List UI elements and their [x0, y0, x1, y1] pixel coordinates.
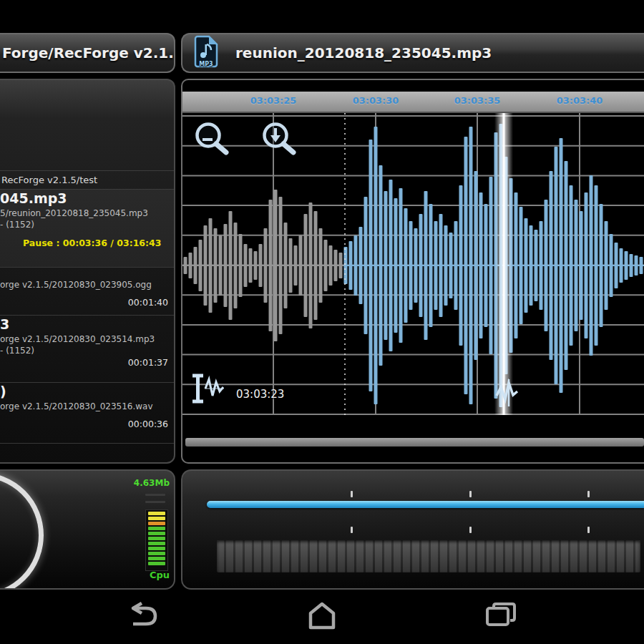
file-size-label: 4.63Mb [134, 478, 170, 488]
slider-tick [587, 527, 590, 533]
file-path: orge v2.1.5/20120830_023514.mp3 [0, 333, 174, 345]
level-meter-segment [148, 562, 165, 565]
timeline-tick-label: 03:03:40 [557, 95, 603, 106]
file-duration: 00:01:37 [0, 356, 174, 369]
waveform-display[interactable] [182, 113, 644, 415]
meter-scale-mark [145, 501, 165, 503]
file-name [0, 268, 174, 279]
slider-tick [469, 527, 472, 533]
screen: Forge/RecForge v2.1.5 MP3 reunion_201208… [0, 0, 644, 644]
list-item-current[interactable]: 045.mp3 5/reunion_20120818_235045.mp3 - … [0, 190, 174, 268]
file-title: reunion_20120818_235045.mp3 [235, 44, 492, 62]
app-title-bar: Forge/RecForge v2.1.5 [0, 33, 175, 73]
list-item[interactable]: 3 orge v2.1.5/20120830_023514.mp3 - (115… [0, 316, 174, 383]
slider-tick [587, 491, 590, 497]
waveform-scrollbar[interactable] [185, 438, 644, 447]
file-path: orge v2.1.5/20120830_023516.wav [0, 401, 174, 412]
level-meter [145, 509, 168, 571]
recents-icon[interactable] [484, 601, 518, 633]
timeline-ruler[interactable]: 03:03:25 03:03:30 03:03:35 03:03:40 [182, 92, 644, 113]
slider-tick [351, 491, 353, 497]
list-item[interactable]: orge v2.1.5/20120830_023905.ogg 00:01:40 [0, 268, 174, 316]
file-bitrate: - (1152) [0, 219, 174, 230]
file-duration: 00:00:36 [0, 418, 174, 431]
level-meter-segment [148, 537, 165, 540]
level-meter-segment [148, 527, 165, 530]
svg-text:MP3: MP3 [199, 61, 213, 67]
home-icon[interactable] [305, 601, 339, 633]
file-name: ) [0, 383, 174, 401]
level-meter-segment [148, 557, 165, 560]
meter-scale-mark [145, 494, 165, 496]
transport-panel [181, 469, 644, 590]
list-item[interactable]: ) orge v2.1.5/20120830_023516.wav 00:00:… [0, 383, 174, 444]
level-meter-segment [148, 532, 165, 535]
level-meter-segment [148, 542, 165, 545]
file-bitrate: - (1152) [0, 345, 174, 356]
seek-slider[interactable] [207, 501, 644, 508]
level-meter-segment [148, 522, 165, 525]
file-path: orge v2.1.5/20120830_023905.ogg [0, 279, 174, 291]
cpu-label: Cpu [150, 570, 170, 580]
file-name: 3 [0, 316, 174, 333]
slider-tick [469, 491, 472, 497]
recorder-panel: 4.63Mb Cpu [0, 469, 175, 590]
file-path: 5/reunion_20120818_235045.mp3 [0, 208, 174, 219]
file-title-bar[interactable]: MP3 reunion_20120818_235045.mp3 [181, 33, 644, 73]
level-meter-segment [148, 512, 165, 515]
back-icon[interactable] [126, 601, 160, 633]
playhead-marker-icon[interactable] [494, 378, 520, 412]
file-name: 045.mp3 [0, 190, 174, 208]
file-duration: 00:01:40 [0, 296, 174, 309]
list-empty-area [0, 80, 174, 171]
level-meter-segment [148, 547, 165, 550]
level-meter-segment [148, 517, 165, 520]
record-button[interactable] [0, 472, 44, 590]
timeline-tick-label: 03:03:30 [353, 95, 399, 106]
slider-tick [351, 527, 353, 533]
zoom-strip-control[interactable] [217, 540, 640, 572]
mp3-file-icon: MP3 [192, 35, 220, 72]
android-nav-bar [0, 592, 644, 644]
file-list: RecForge v2.1.5/test 045.mp3 5/reunion_2… [0, 79, 175, 464]
level-meter-segment [148, 552, 165, 555]
cursor-time-label: 03:03:23 [236, 388, 284, 401]
timeline-tick-label: 03:03:35 [454, 95, 501, 106]
zoom-out-icon[interactable] [191, 120, 233, 165]
zoom-in-icon[interactable] [258, 120, 300, 165]
app-title: Forge/RecForge v2.1.5 [0, 44, 175, 62]
waveform-panel: 03:03:25 03:03:30 03:03:35 03:03:40 [181, 79, 644, 464]
timeline-tick-label: 03:03:25 [250, 95, 297, 106]
pause-status: Pause : 00:03:36 / 03:16:43 [0, 236, 174, 250]
selection-tool-icon[interactable] [191, 372, 225, 408]
directory-header[interactable]: RecForge v2.1.5/test [0, 171, 174, 190]
